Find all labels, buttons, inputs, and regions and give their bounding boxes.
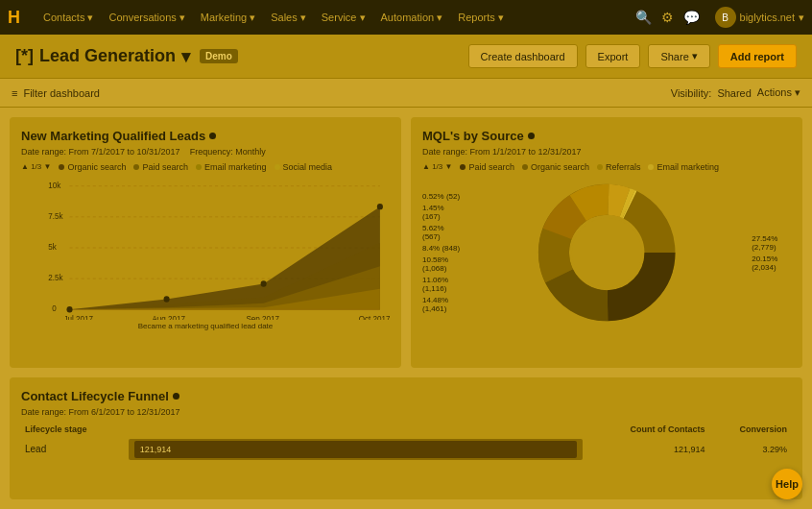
legend-referrals: Referrals xyxy=(597,162,641,172)
legend-organic: Organic search xyxy=(59,162,126,172)
mql-info-dot xyxy=(528,133,535,139)
svg-text:10k: 10k xyxy=(48,181,61,190)
filter-label[interactable]: Filter dashboard xyxy=(23,87,100,99)
legend-social: Social media xyxy=(275,162,333,172)
bracket: [*] xyxy=(15,46,34,66)
username: biglytics.net xyxy=(740,12,795,23)
pagination-triangle: ▲ 1/3 ▼ xyxy=(21,162,51,172)
col-bar xyxy=(125,423,586,436)
filter-left: ≡ Filter dashboard xyxy=(12,87,100,99)
count-lead: 121,914 xyxy=(586,436,709,463)
new-mql-card: New Marketing Qualified Leads Date range… xyxy=(10,117,401,368)
mql-source-card: MQL's by Source Date range: From 1/1/201… xyxy=(411,117,802,368)
nav-user[interactable]: B biglytics.net ▾ xyxy=(715,7,804,28)
bar-background: 121,914 xyxy=(129,439,583,460)
nav-service[interactable]: Service ▾ xyxy=(322,12,366,24)
svg-point-14 xyxy=(66,306,72,312)
nav-conversations[interactable]: Conversations ▾ xyxy=(108,12,184,24)
stage-lead: Lead xyxy=(21,436,125,463)
x-axis-label: Became a marketing qualified lead date xyxy=(21,322,390,330)
mql-source-legend: ▲ 1/3 ▼ Paid search Organic search Refer… xyxy=(422,162,791,172)
bar-fill: 121,914 xyxy=(134,441,577,458)
legend-paid-search: Paid search xyxy=(460,162,514,172)
col-count: Count of Contacts xyxy=(586,423,709,436)
dashboard: New Marketing Qualified Leads Date range… xyxy=(0,108,812,509)
donut-label-7: 14.48% (1,461) xyxy=(422,296,462,313)
new-mql-title: New Marketing Qualified Leads xyxy=(21,129,390,143)
svg-text:Jul 2017: Jul 2017 xyxy=(63,314,93,320)
donut-label-6: 11.06% (1,116) xyxy=(422,276,462,293)
donut-chart-container: 0.52% (52) 1.45% (167) 5.62% (567) 8.4% … xyxy=(422,176,791,329)
col-conversion: Conversion xyxy=(709,423,791,436)
nav-marketing[interactable]: Marketing ▾ xyxy=(201,12,255,24)
logo: H xyxy=(8,8,20,28)
export-button[interactable]: Export xyxy=(585,44,641,68)
legend-organic-search: Organic search xyxy=(522,162,589,172)
nav-automation[interactable]: Automation ▾ xyxy=(381,12,443,24)
title-dropdown[interactable]: ▾ xyxy=(181,46,190,67)
svg-point-15 xyxy=(164,296,170,302)
svg-text:0: 0 xyxy=(52,303,57,313)
donut-labels-right: 27.54% (2,779) 20.15% (2,034) xyxy=(752,234,791,272)
filter-bar: ≡ Filter dashboard Visibility: Shared Ac… xyxy=(0,79,812,108)
funnel-date: Date range: From 6/1/2017 to 12/31/2017 xyxy=(21,407,791,417)
legend-email-mktg: Email marketing xyxy=(648,162,719,172)
new-mql-date: Date range: From 7/1/2017 to 10/31/2017 … xyxy=(21,147,390,157)
dashboard-title: Lead Generation xyxy=(39,46,176,66)
col-stage: Lifecycle stage xyxy=(21,423,125,436)
demo-badge: Demo xyxy=(200,49,238,63)
svg-text:5k: 5k xyxy=(48,242,57,252)
donut-label-4: 8.4% (848) xyxy=(422,244,462,253)
nav-reports[interactable]: Reports ▾ xyxy=(458,12,504,24)
visibility-value: Shared xyxy=(717,87,751,99)
mql-source-date: Date range: From 1/1/2017 to 12/31/2017 xyxy=(422,147,791,157)
conversion-lead: 3.29% xyxy=(709,436,791,463)
settings-icon[interactable]: ⚙ xyxy=(661,10,674,25)
donut-label-1: 0.52% (52) xyxy=(422,192,462,201)
add-report-button[interactable]: Add report xyxy=(718,44,797,68)
funnel-card: Contact Lifecycle Funnel Date range: Fro… xyxy=(10,377,802,500)
help-button[interactable]: Help xyxy=(772,469,802,499)
info-dot xyxy=(209,133,216,139)
title-actions: Create dashboard Export Share ▾ Add repo… xyxy=(468,44,797,68)
avatar: B xyxy=(715,7,736,28)
donut-labels-left: 0.52% (52) 1.45% (167) 5.62% (567) 8.4% … xyxy=(422,192,462,313)
bar-value: 121,914 xyxy=(140,445,172,454)
legend-email: Email marketing xyxy=(196,162,267,172)
create-dashboard-button[interactable]: Create dashboard xyxy=(468,44,578,68)
title-bar: [*] Lead Generation ▾ Demo Create dashbo… xyxy=(0,35,812,79)
actions-button[interactable]: Actions ▾ xyxy=(757,86,800,99)
search-icon[interactable]: 🔍 xyxy=(635,10,652,25)
top-nav: H Contacts ▾ Conversations ▾ Marketing ▾… xyxy=(0,0,812,35)
nav-contacts[interactable]: Contacts ▾ xyxy=(43,12,93,24)
svg-point-16 xyxy=(261,280,267,286)
bar-cell: 121,914 xyxy=(125,436,586,463)
mql-pagination: ▲ 1/3 ▼ xyxy=(422,162,452,172)
page-title: [*] Lead Generation ▾ Demo xyxy=(15,46,238,67)
donut-label-2: 1.45% (167) xyxy=(422,204,462,221)
donut-label-3: 5.62% (567) xyxy=(422,224,462,241)
svg-text:Aug 2017: Aug 2017 xyxy=(152,314,185,320)
visibility-label: Visibility: xyxy=(671,87,712,99)
donut-label-right-2: 20.15% (2,034) xyxy=(752,254,791,272)
nav-sales[interactable]: Sales ▾ xyxy=(271,12,306,24)
notifications-icon[interactable]: 💬 xyxy=(683,10,700,25)
mql-source-title: MQL's by Source xyxy=(422,129,791,143)
svg-point-31 xyxy=(572,218,642,288)
svg-text:7.5k: 7.5k xyxy=(48,211,63,221)
share-button[interactable]: Share ▾ xyxy=(648,44,709,68)
mql-line-chart: 10k 7.5k 5k 2.5k 0 xyxy=(21,176,390,320)
svg-text:Oct 2017: Oct 2017 xyxy=(359,314,390,320)
funnel-table: Lifecycle stage Count of Contacts Conver… xyxy=(21,423,791,463)
filter-icon: ≡ xyxy=(12,87,17,99)
donut-svg xyxy=(469,176,744,329)
funnel-title: Contact Lifecycle Funnel xyxy=(21,389,791,403)
svg-text:2.5k: 2.5k xyxy=(48,273,63,282)
filter-right: Visibility: Shared Actions ▾ xyxy=(671,86,800,99)
donut-label-right-1: 27.54% (2,779) xyxy=(752,234,791,252)
donut-label-5: 10.58% (1,068) xyxy=(422,255,462,273)
svg-text:Sep 2017: Sep 2017 xyxy=(246,314,279,320)
new-mql-legend: ▲ 1/3 ▼ Organic search Paid search Email… xyxy=(21,162,390,172)
new-mql-chart: 10k 7.5k 5k 2.5k 0 xyxy=(21,176,390,320)
table-row: Lead 121,914 121,914 3.29% xyxy=(21,436,791,463)
